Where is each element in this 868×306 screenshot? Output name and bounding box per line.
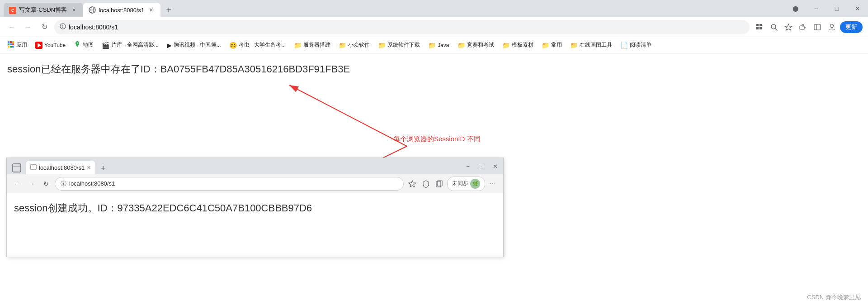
inner-collections-icon-button[interactable]: [434, 178, 445, 190]
address-right-icons: 更新: [753, 21, 863, 33]
competition-label: 竞赛和考试: [467, 41, 494, 49]
common-folder-icon: 📁: [542, 42, 549, 49]
tab-csdn[interactable]: C 写文章-CSDN博客 ✕: [4, 3, 83, 17]
bookmark-library[interactable]: 🎬 片库 - 全网高清影...: [98, 39, 162, 51]
svg-rect-27: [12, 46, 14, 48]
kaochong-label: 考虫 - 大学生备考...: [239, 41, 286, 49]
tab-localhost[interactable]: localhost:8080/s1 ✕: [83, 3, 160, 17]
extensions-icon-button[interactable]: [797, 21, 809, 33]
more-options-button[interactable]: ···: [487, 178, 499, 190]
bookmarks-bar: 应用 YouTube 地图 🎬 片库 - 全网高清影... ▶ 腾讯视频 - 中…: [0, 37, 868, 53]
inner-tab-favicon-icon: [30, 164, 37, 172]
inner-session-text: session创建成功。ID：97335A22EDC6C41C50A7B100C…: [14, 201, 496, 215]
tab-localhost-title: localhost:8080/s1: [99, 7, 144, 14]
annotation-container: 每个浏览器的SessionID 不同: [0, 67, 868, 158]
bookmark-common[interactable]: 📁 常用: [538, 39, 566, 51]
inner-info-icon: ⓘ: [61, 180, 66, 188]
inner-reload-button[interactable]: ↻: [40, 178, 52, 190]
sync-button[interactable]: 未同步 🌿: [447, 177, 485, 191]
sidebar-icon-button[interactable]: [811, 21, 824, 33]
annotation-arrow: [0, 67, 868, 158]
inner-shield-icon-button[interactable]: [420, 178, 432, 190]
map-icon: [74, 41, 81, 49]
library-icon: 🎬: [102, 42, 109, 49]
bookmark-youtube[interactable]: YouTube: [32, 39, 69, 51]
svg-rect-19: [8, 41, 9, 43]
bookmark-java[interactable]: 📁 Java: [425, 39, 453, 51]
svg-point-18: [830, 24, 834, 27]
map-label: 地图: [83, 41, 94, 49]
svg-rect-14: [802, 24, 804, 26]
svg-marker-35: [409, 181, 416, 187]
java-label: Java: [438, 42, 449, 48]
svg-rect-9: [760, 27, 762, 29]
bookmark-competition[interactable]: 📁 竞赛和考试: [454, 39, 498, 51]
url-bar[interactable]: localhost:8080/s1: [54, 20, 750, 34]
inner-forward-button[interactable]: →: [26, 178, 38, 190]
svg-point-28: [77, 43, 78, 44]
tab-localhost-close-button[interactable]: ✕: [147, 6, 155, 14]
bookmark-server[interactable]: 📁 服务器搭建: [290, 39, 334, 51]
watermark: CSDN @今晚梦里见: [807, 293, 861, 301]
session-outer-text: session已经在服务器中存在了ID：BA0755FB47D85A305162…: [7, 62, 861, 76]
svg-rect-26: [10, 46, 12, 48]
svg-rect-20: [10, 41, 12, 43]
star-icon-button[interactable]: [782, 21, 795, 33]
inner-new-tab-button[interactable]: +: [97, 163, 109, 174]
inner-back-button[interactable]: ←: [11, 178, 23, 190]
svg-line-11: [775, 29, 777, 30]
new-tab-button[interactable]: +: [162, 4, 175, 16]
youtube-label: YouTube: [44, 42, 66, 48]
inner-close-button[interactable]: ✕: [489, 160, 501, 172]
reload-button[interactable]: ↻: [38, 21, 51, 33]
inner-browser-window: localhost:8080/s1 ✕ + − □ ✕ ← → ↻ ⓘ loca…: [6, 158, 504, 257]
youtube-favicon-icon: [35, 42, 42, 49]
apps-icon: [7, 41, 14, 49]
inner-tab-close-button[interactable]: ✕: [87, 165, 91, 171]
grid-icon-button[interactable]: [753, 21, 766, 33]
bookmark-apps[interactable]: 应用: [4, 39, 31, 51]
minimize-button[interactable]: −: [806, 0, 826, 17]
common-label: 常用: [551, 41, 562, 49]
server-folder-icon: 📁: [294, 42, 302, 49]
system-label: 系统软件下载: [387, 41, 420, 49]
svg-rect-25: [8, 46, 9, 48]
back-button[interactable]: ←: [5, 21, 18, 33]
bookmark-template[interactable]: 📁 模板素材: [499, 39, 537, 51]
svg-point-5: [62, 27, 63, 28]
bookmark-kaochong[interactable]: 😊 考虫 - 大学生备考...: [226, 39, 290, 51]
inner-tab-bar: localhost:8080/s1 ✕ + − □ ✕: [7, 158, 503, 174]
bookmark-reading[interactable]: 📄 阅读清单: [617, 39, 655, 51]
inner-tab-localhost[interactable]: localhost:8080/s1 ✕: [26, 161, 95, 174]
forward-button[interactable]: →: [22, 21, 34, 33]
inner-maximize-button[interactable]: □: [475, 160, 488, 172]
inner-favorites-icon-button[interactable]: [406, 178, 418, 190]
template-label: 模板素材: [512, 41, 533, 49]
account-icon-button[interactable]: [826, 21, 838, 33]
xiazhong-label: 小众软件: [348, 41, 370, 49]
bookmark-map[interactable]: 地图: [70, 39, 97, 51]
svg-rect-21: [12, 41, 14, 43]
tab-csdn-close-button[interactable]: ✕: [70, 6, 78, 14]
apps-label: 应用: [16, 41, 27, 49]
bookmark-system[interactable]: 📁 系统软件下载: [374, 39, 424, 51]
inner-browser-icon: [10, 162, 23, 174]
library-label: 片库 - 全网高清影...: [111, 41, 159, 49]
inner-minimize-button[interactable]: −: [462, 160, 474, 172]
bookmark-tencent[interactable]: ▶ 腾讯视频 - 中国领...: [163, 39, 225, 51]
competition-folder-icon: 📁: [458, 42, 465, 49]
inner-url-bar[interactable]: ⓘ localhost:8080/s1: [55, 177, 404, 191]
server-label: 服务器搭建: [303, 41, 330, 49]
kaochong-icon: 😊: [229, 42, 237, 49]
bookmark-xiazhong[interactable]: 📁 小众软件: [335, 39, 373, 51]
update-button[interactable]: 更新: [840, 21, 863, 33]
bookmark-drawing[interactable]: 📁 在线画图工具: [566, 39, 616, 51]
system-folder-icon: 📁: [378, 42, 386, 49]
tab-bar: C 写文章-CSDN博客 ✕ localhost:8080/s1 ✕ + ⬤ −…: [0, 0, 868, 17]
system-tray-icon: ⬤: [785, 0, 806, 17]
maximize-button[interactable]: □: [826, 0, 847, 17]
localhost-favicon-icon: [89, 6, 96, 14]
zoom-icon-button[interactable]: [768, 21, 780, 33]
close-button[interactable]: ✕: [847, 0, 868, 17]
sync-label: 未同步: [452, 180, 468, 187]
